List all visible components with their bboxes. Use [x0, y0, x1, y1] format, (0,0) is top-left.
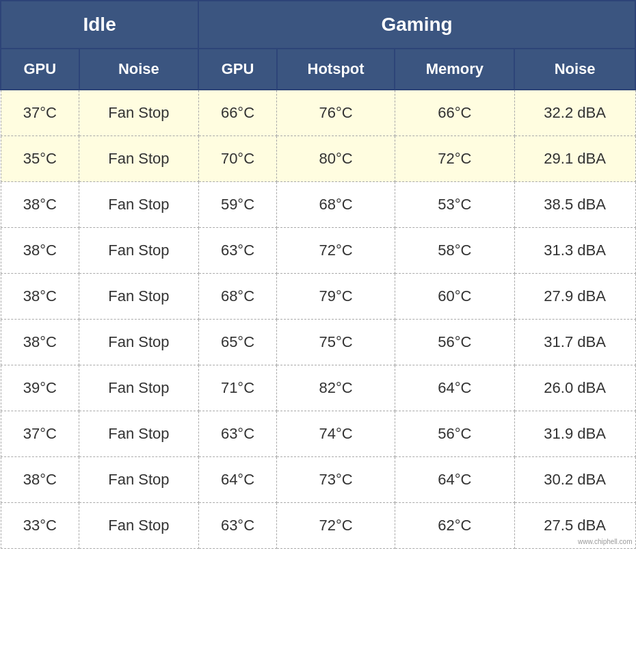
gaming-memory-cell: 66°C [395, 90, 514, 136]
gaming-gpu-cell: 66°C [198, 90, 277, 136]
gaming-hotspot-cell: 76°C [277, 90, 395, 136]
gaming-header: Gaming [198, 1, 635, 49]
table-row: 38°CFan Stop59°C68°C53°C38.5 dBA [1, 182, 635, 228]
gaming-memory-cell: 58°C [395, 228, 514, 274]
gaming-hotspot-cell: 80°C [277, 136, 395, 182]
table-row: 39°CFan Stop71°C82°C64°C26.0 dBA [1, 365, 635, 411]
gaming-memory-cell: 62°C [395, 503, 514, 549]
table-row: 37°CFan Stop66°C76°C66°C32.2 dBA [1, 90, 635, 136]
gaming-noise-cell: 31.7 dBA [514, 320, 635, 365]
gaming-hotspot-cell: 82°C [277, 365, 395, 411]
idle-gpu-cell: 38°C [1, 274, 79, 320]
col-header-0: GPU [1, 49, 79, 90]
table-row: 38°CFan Stop64°C73°C64°C30.2 dBA [1, 457, 635, 503]
idle-gpu-cell: 35°C [1, 136, 79, 182]
idle-gpu-cell: 39°C [1, 365, 79, 411]
table-row: 35°CFan Stop70°C80°C72°C29.1 dBA [1, 136, 635, 182]
gaming-gpu-cell: 64°C [198, 457, 277, 503]
idle-noise-cell: Fan Stop [79, 365, 199, 411]
idle-noise-cell: Fan Stop [79, 228, 199, 274]
col-header-4: Memory [395, 49, 514, 90]
gaming-noise-cell: 26.0 dBA [514, 365, 635, 411]
idle-gpu-cell: 33°C [1, 503, 79, 549]
gaming-noise-cell: 30.2 dBA [514, 457, 635, 503]
idle-gpu-cell: 37°C [1, 411, 79, 457]
idle-noise-cell: Fan Stop [79, 274, 199, 320]
gaming-noise-cell: 29.1 dBA [514, 136, 635, 182]
idle-header: Idle [1, 1, 198, 49]
data-table: Idle Gaming GPU Noise GPU Hotspot Memory… [0, 0, 636, 549]
gaming-noise-cell: 27.9 dBA [514, 274, 635, 320]
table-row: 33°CFan Stop63°C72°C62°C27.5 dBAwww.chip… [1, 503, 635, 549]
table-row: 38°CFan Stop65°C75°C56°C31.7 dBA [1, 320, 635, 365]
idle-noise-cell: Fan Stop [79, 90, 199, 136]
gaming-memory-cell: 56°C [395, 411, 514, 457]
gaming-hotspot-cell: 72°C [277, 228, 395, 274]
idle-gpu-cell: 38°C [1, 228, 79, 274]
idle-noise-cell: Fan Stop [79, 503, 199, 549]
idle-gpu-cell: 38°C [1, 182, 79, 228]
gaming-memory-cell: 53°C [395, 182, 514, 228]
gaming-gpu-cell: 65°C [198, 320, 277, 365]
sub-header-row: GPU Noise GPU Hotspot Memory Noise [1, 49, 635, 90]
watermark: www.chiphell.com [578, 538, 632, 545]
col-header-3: Hotspot [277, 49, 395, 90]
gaming-memory-cell: 64°C [395, 457, 514, 503]
gaming-memory-cell: 64°C [395, 365, 514, 411]
idle-noise-cell: Fan Stop [79, 182, 199, 228]
gaming-gpu-cell: 63°C [198, 411, 277, 457]
gaming-gpu-cell: 71°C [198, 365, 277, 411]
idle-noise-cell: Fan Stop [79, 136, 199, 182]
table-row: 38°CFan Stop63°C72°C58°C31.3 dBA [1, 228, 635, 274]
gaming-hotspot-cell: 74°C [277, 411, 395, 457]
idle-noise-cell: Fan Stop [79, 320, 199, 365]
gaming-hotspot-cell: 75°C [277, 320, 395, 365]
gaming-noise-cell: 32.2 dBA [514, 90, 635, 136]
gaming-gpu-cell: 68°C [198, 274, 277, 320]
table-body: 37°CFan Stop66°C76°C66°C32.2 dBA35°CFan … [1, 90, 635, 549]
gaming-gpu-cell: 70°C [198, 136, 277, 182]
gaming-gpu-cell: 63°C [198, 228, 277, 274]
idle-gpu-cell: 38°C [1, 457, 79, 503]
table-row: 37°CFan Stop63°C74°C56°C31.9 dBA [1, 411, 635, 457]
gaming-hotspot-cell: 79°C [277, 274, 395, 320]
gaming-gpu-cell: 63°C [198, 503, 277, 549]
col-header-1: Noise [79, 49, 199, 90]
col-header-2: GPU [198, 49, 277, 90]
gaming-gpu-cell: 59°C [198, 182, 277, 228]
gaming-hotspot-cell: 73°C [277, 457, 395, 503]
gaming-noise-cell: 27.5 dBAwww.chiphell.com [514, 503, 635, 549]
top-header-row: Idle Gaming [1, 1, 635, 49]
gaming-noise-cell: 38.5 dBA [514, 182, 635, 228]
idle-noise-cell: Fan Stop [79, 411, 199, 457]
gaming-hotspot-cell: 68°C [277, 182, 395, 228]
gaming-noise-cell: 31.3 dBA [514, 228, 635, 274]
col-header-5: Noise [514, 49, 635, 90]
gaming-hotspot-cell: 72°C [277, 503, 395, 549]
gaming-noise-cell: 31.9 dBA [514, 411, 635, 457]
main-table-wrapper: Idle Gaming GPU Noise GPU Hotspot Memory… [0, 0, 636, 549]
gaming-memory-cell: 60°C [395, 274, 514, 320]
gaming-memory-cell: 72°C [395, 136, 514, 182]
idle-noise-cell: Fan Stop [79, 457, 199, 503]
idle-gpu-cell: 37°C [1, 90, 79, 136]
idle-gpu-cell: 38°C [1, 320, 79, 365]
table-row: 38°CFan Stop68°C79°C60°C27.9 dBA [1, 274, 635, 320]
gaming-memory-cell: 56°C [395, 320, 514, 365]
